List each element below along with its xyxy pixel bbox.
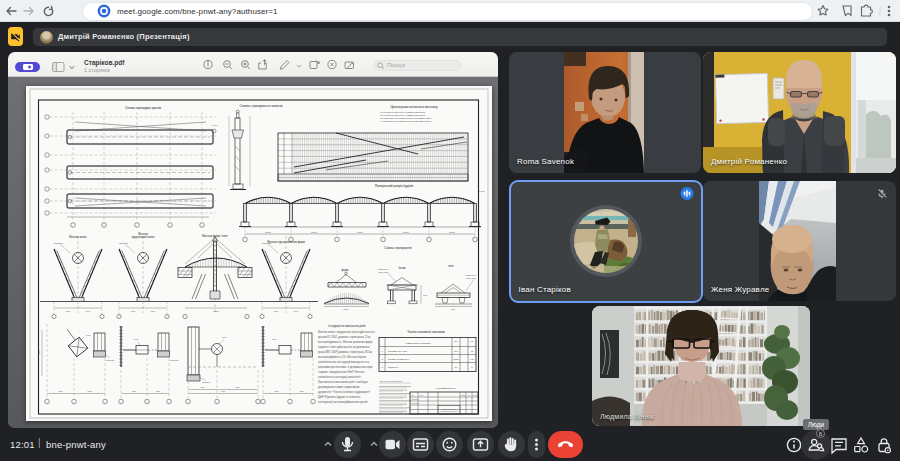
svg-text:краном КС 3562, довжина стріли: краном КС 3562, довжина стріли крана 25 …: [318, 335, 371, 339]
svg-text:Найменування показників: Найменування показників: [406, 342, 432, 344]
svg-text:Кондуктор: Кондуктор: [106, 359, 115, 361]
svg-text:документів: «Техніка безпеки в: документів: «Техніка безпеки в будівницт…: [318, 390, 371, 394]
svg-text:6000: 6000: [274, 390, 278, 392]
svg-text:дотримуватися вимог нормативни: дотримуватися вимог нормативних: [318, 386, 360, 389]
svg-text:При виконанні монтажних робіт: При виконанні монтажних робіт необхідно: [318, 380, 368, 384]
svg-text:6000: 6000: [87, 390, 91, 392]
svg-text:(2) Монтаж конструкцій ІІ комп: (2) Монтаж конструкцій ІІ комплектом кра…: [380, 114, 426, 116]
svg-text:одноповерхової будівлі: одноповерхової будівлі: [440, 410, 458, 412]
svg-text:крана МКГ 25БР, довжина стріли: крана МКГ 25БР, довжина стріли крана 28,…: [318, 350, 372, 354]
svg-text:Зм: Зм: [412, 395, 414, 396]
svg-text:Трудомісткість робіт: Трудомісткість робіт: [388, 350, 407, 352]
svg-text:Траверса: Траверса: [119, 242, 129, 244]
svg-text:24000: 24000: [449, 231, 455, 233]
svg-text:і підв. строп: і підв. строп: [378, 271, 388, 273]
svg-text:Курсовий проект 1: Курсовий проект 1: [436, 387, 457, 390]
svg-text:люд: люд: [454, 350, 458, 352]
svg-text:робочими кресленнями і з дотри: робочими кресленнями і з дотриманням нор…: [318, 365, 373, 369]
svg-text:Схема проходки кранів: Схема проходки кранів: [125, 106, 161, 110]
svg-text:2: 2: [381, 358, 383, 360]
svg-text:12000: 12000: [213, 310, 218, 312]
svg-text:6000: 6000: [151, 310, 155, 312]
svg-text:18000: 18000: [343, 308, 348, 310]
svg-text:форм: форм: [342, 268, 349, 272]
svg-text:Технологія монтажу: Технологія монтажу: [442, 408, 457, 410]
svg-text:1450: 1450: [423, 294, 427, 296]
svg-text:дні: дні: [455, 366, 458, 368]
svg-text:Розчалка: Розчалка: [202, 381, 210, 383]
svg-text:Монтаж колон: Монтаж колон: [69, 235, 87, 239]
svg-text:Техніко економічні показники: Техніко економічні показники: [407, 330, 445, 334]
svg-text:6000: 6000: [58, 390, 62, 392]
svg-text:покриття і плит здійснюється з: покриття і плит здійснюється за допомого…: [318, 345, 369, 349]
svg-text:підкранових балок: підкранових балок: [131, 235, 155, 239]
svg-text:6000: 6000: [131, 310, 135, 312]
svg-text:6000: 6000: [66, 310, 70, 312]
svg-text:6000: 6000: [299, 390, 303, 392]
svg-text:(4) Навантаження стиків констр: (4) Навантаження стиків конструкцій комп…: [380, 120, 432, 122]
svg-text:Аркуш: Аркуш: [419, 394, 424, 396]
svg-text:Схема стропування колони: Схема стропування колони: [240, 104, 283, 108]
svg-text:1: 1: [381, 350, 383, 352]
svg-text:Питома трудомісткість: Питома трудомісткість: [388, 358, 410, 360]
svg-text:Кондуктор: Кондуктор: [170, 359, 179, 361]
svg-text:6000: 6000: [235, 386, 239, 388]
svg-text:плит: плит: [448, 265, 454, 268]
svg-text:ДБН «Правила будови та безпечн: ДБН «Правила будови та безпечної: [318, 395, 360, 399]
svg-text:Кран: Кран: [134, 338, 138, 340]
svg-text:24000: 24000: [357, 231, 363, 233]
svg-text:8000: 8000: [38, 350, 40, 354]
svg-text:6000: 6000: [274, 310, 278, 312]
svg-text:(1) Монтаж конструкцій 1 компл: (1) Монтаж конструкцій 1 комплектом кран…: [380, 111, 426, 113]
svg-text:Монтаж підстропильних форм: Монтаж підстропильних форм: [267, 240, 305, 244]
svg-text:Аркушів: Аркушів: [472, 394, 478, 396]
svg-text:6000: 6000: [86, 310, 90, 312]
svg-text:0,27: 0,27: [470, 358, 474, 361]
svg-text:Кіл.: Кіл.: [471, 340, 474, 342]
svg-text:Тривалість: Тривалість: [388, 366, 398, 368]
svg-text:Циклограма поточного монтажу: Циклограма поточного монтажу: [391, 105, 438, 109]
svg-text:6000: 6000: [221, 390, 225, 392]
svg-text:Кран: Кран: [86, 334, 90, 336]
svg-text:3: 3: [381, 366, 383, 368]
svg-text:Кінець: Кінець: [212, 124, 218, 126]
svg-text:залізобетонних конструкцій вик: залізобетонних конструкцій виконується н…: [318, 360, 370, 364]
svg-text:24000: 24000: [265, 231, 271, 233]
svg-text:Кран: Кран: [222, 336, 226, 338]
svg-text:6000: 6000: [294, 310, 298, 312]
svg-text:експлуатації вантажопідіймальн: експлуатації вантажопідіймальних кранів»…: [318, 400, 369, 404]
svg-text:24000: 24000: [311, 231, 317, 233]
svg-text:Розробив: Розробив: [412, 399, 419, 400]
svg-text:вантажопідйомність 25т. Монтаж: вантажопідйомність 25т. Монтаж збірних: [318, 355, 367, 359]
svg-text:Монтаж колон і продольних бало: Монтаж колон і продольних балок здійснює…: [318, 330, 375, 334]
svg-text:Арк: Арк: [468, 394, 471, 396]
svg-text:вантажопідйомність. Монтаж кро: вантажопідйомність. Монтаж кроквяних фор…: [318, 340, 372, 344]
svg-text:24000: 24000: [403, 231, 409, 233]
svg-text:78: 78: [471, 350, 473, 352]
svg-text:Стадія: Стадія: [461, 394, 466, 396]
svg-text:і правил, передбачених СНиП «Б: і правил, передбачених СНиП «Бетонні: [318, 370, 365, 374]
svg-text:14: 14: [471, 366, 473, 368]
svg-text:Зм Кіл Аркуш Док Підп Дат: Зм Кіл Аркуш Док Підп Дата: [380, 380, 402, 382]
svg-text:(3) Навантаження стиків констр: (3) Навантаження стиків конструкцій комп…: [380, 117, 432, 119]
svg-text:+8,400: +8,400: [478, 190, 486, 193]
svg-text:6000: 6000: [451, 308, 455, 310]
svg-text:Траверса: Траверса: [54, 242, 64, 244]
svg-text:і підв. строп: і підв. строп: [466, 277, 476, 279]
svg-text:6000: 6000: [132, 390, 136, 392]
svg-text:залізобетонні конструкції моно: залізобетонні конструкції монолітні».: [318, 375, 362, 379]
svg-text:6000: 6000: [200, 386, 204, 388]
svg-text:Перевірив: Перевірив: [412, 402, 419, 404]
svg-text:Од.: Од.: [455, 340, 458, 342]
svg-text:Інструкція по виконанню робіт: Інструкція по виконанню робіт: [328, 324, 366, 328]
svg-text:балки: балки: [399, 266, 407, 270]
svg-text:люд/м: люд/м: [453, 358, 459, 360]
svg-text:Схема стропування: Схема стропування: [384, 246, 412, 250]
svg-text:Кран: Кран: [272, 338, 276, 340]
svg-text:6000: 6000: [156, 390, 160, 392]
svg-text:Поперечний розріз будівлі: Поперечний розріз будівлі: [375, 184, 414, 188]
